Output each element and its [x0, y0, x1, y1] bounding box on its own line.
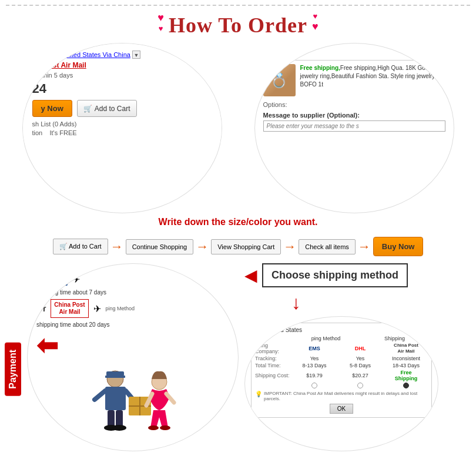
cost-row: Shipping Cost: $19.79 $20.27 FreeShippin…: [255, 370, 428, 381]
product-badge: 99: [261, 62, 271, 72]
svg-point-17: [160, 425, 170, 430]
important-label-row: 💡 IMPORTANT: China Post Air Mail deliver…: [255, 391, 428, 401]
step-buy-now: Buy Now: [373, 237, 424, 256]
cost-label: Shipping Cost:: [255, 373, 290, 378]
china-post-time: 18-43 Days: [384, 363, 428, 368]
step-add-to-cart: 🛒 Add to Cart: [53, 239, 108, 254]
company-row: pping Company: EMS DHL China PostAir Mai…: [255, 343, 428, 354]
post-air-label[interactable]: Post Air Mail: [44, 61, 212, 69]
bulb-icon: 💡: [255, 391, 262, 397]
right-hearts: ♥ ♥: [312, 12, 319, 33]
top-section: hipping to United States Via China ▼ Pos…: [0, 43, 476, 213]
choose-shipping-row: ◀ Choose shipping method: [244, 263, 408, 287]
svg-rect-3: [105, 387, 126, 410]
buy-now-step-button[interactable]: Buy Now: [373, 237, 424, 256]
dhl-company: DHL: [338, 346, 382, 351]
ems-logo: ▶ EMS: [36, 273, 68, 286]
china-post-cost: FreeShipping: [384, 370, 428, 381]
left-hearts: ♥ ♥: [157, 12, 164, 33]
ems-row: ▶ EMS ✈: [36, 273, 229, 286]
dhl-time: 5-8 Days: [338, 363, 382, 368]
step-continue-shopping: Continue Shopping: [126, 239, 194, 254]
ems-tracking: Yes: [293, 356, 336, 361]
ems-arrow-icon: ▶: [40, 274, 46, 284]
ems-radio[interactable]: [293, 383, 336, 388]
svg-line-4: [95, 391, 105, 400]
add-to-cart-label: Add to Cart: [95, 105, 130, 113]
steps-bar: 🛒 Add to Cart → Continue Shopping → View…: [0, 232, 476, 261]
message-input[interactable]: [263, 120, 445, 132]
options-label: Options:: [263, 101, 445, 108]
china-post-company: China PostAir Mail: [384, 343, 428, 354]
ems-company: EMS: [293, 346, 336, 351]
spacer: [255, 336, 290, 341]
heart-icon-1: ♥: [157, 12, 164, 24]
product-page-content: hipping to United States Via China ▼ Pos…: [23, 43, 222, 143]
buy-now-button[interactable]: y Now: [32, 100, 72, 117]
method-label: ping Method: [293, 336, 359, 341]
choose-shipping-label: Choose shipping method: [262, 263, 408, 287]
tracking-label: Tracking:: [255, 356, 290, 361]
add-to-cart-step-button[interactable]: 🛒 Add to Cart: [53, 239, 108, 254]
shipping-destination[interactable]: United States Via China: [62, 51, 130, 58]
ems-time: 8-13 Days: [293, 363, 336, 368]
china-post-logo: China PostAir Mail: [51, 299, 88, 318]
svg-point-9: [112, 425, 126, 431]
china-post-shipping-time: shipping time about 20 days: [36, 321, 229, 328]
order-form-circle: Product(s) 99 💍 Free shipping,Free shipp…: [254, 43, 454, 213]
shipping-to-label: hipping to: [32, 51, 61, 58]
page-title: How To Order: [169, 7, 307, 38]
title-row: ♥ ♥ How To Order ♥ ♥: [0, 0, 476, 40]
products-header: Product(s): [263, 49, 445, 61]
country-label: United States: [267, 327, 302, 333]
dropdown-arrow-icon[interactable]: ▼: [132, 51, 140, 59]
table-header: United States: [255, 327, 428, 333]
total-time-label: Total Time:: [255, 363, 290, 368]
delivery-scene: [36, 364, 229, 441]
arrow-left-container: ⬅: [36, 333, 229, 358]
write-down-text: Write down the size/color you want.: [0, 217, 476, 227]
product-image: 99 💍: [263, 64, 296, 96]
continue-shopping-button[interactable]: Continue Shopping: [126, 239, 194, 254]
bottom-section: Payment ▶ EMS ✈ shipping time about 7 da…: [0, 263, 476, 451]
ok-button[interactable]: OK: [330, 404, 353, 414]
tracking-row: Tracking: Yes Yes Inconsistent: [255, 356, 428, 361]
step-check-items: Check all items: [299, 239, 356, 254]
post-air-container: Post Air Mail: [32, 61, 212, 69]
down-arrow-icon: ↓: [291, 292, 301, 313]
total-time-row: Total Time: 8-13 Days 5-8 Days 18-43 Day…: [255, 363, 428, 368]
product-description: Free shipping,Free shipping,High Qua. 18…: [300, 64, 445, 96]
radio-row: [255, 383, 428, 388]
svg-point-16: [148, 425, 159, 430]
ems-cost: $19.79: [293, 373, 336, 378]
arrow-2-icon: →: [196, 239, 209, 254]
shipping-line: hipping to United States Via China ▼: [32, 51, 212, 59]
delivery-line: t within 5 days: [32, 72, 212, 79]
dhl-radio[interactable]: [338, 383, 382, 388]
ems-radio-icon[interactable]: [311, 383, 317, 388]
china-post-radio-icon[interactable]: [403, 383, 409, 388]
add-to-cart-step-label: Add to Cart: [69, 243, 102, 250]
china-post-row: Or China PostAir Mail ✈ ping Method: [36, 299, 229, 318]
dhl-radio-icon[interactable]: [357, 383, 363, 388]
china-post-radio[interactable]: [384, 383, 428, 388]
step-view-cart: View Shopping Cart: [211, 239, 281, 254]
us-flag-icon: [255, 327, 264, 333]
top-border: [6, 5, 470, 6]
view-cart-button[interactable]: View Shopping Cart: [211, 239, 281, 254]
add-to-cart-button[interactable]: 🛒 Add to Cart: [77, 100, 137, 117]
check-items-button[interactable]: Check all items: [299, 239, 356, 254]
company-row-label: pping Company:: [255, 343, 290, 354]
cart-icon: 🛒: [83, 105, 92, 113]
svg-rect-1: [106, 371, 124, 376]
page: ♥ ♥ How To Order ♥ ♥ hipping to United S…: [0, 0, 476, 476]
action-buttons: y Now 🛒 Add to Cart: [32, 100, 212, 117]
heart-icon-3: ♥: [313, 12, 317, 21]
shipping-table-circle: United States ping Method Shipping pping…: [244, 316, 438, 451]
arrow-4-icon: →: [358, 239, 371, 254]
down-arrow-container: ↓: [280, 292, 301, 314]
arrow-3-icon: →: [283, 239, 296, 254]
product-row: 99 💍 Free shipping,Free shipping,High Qu…: [263, 64, 445, 96]
svg-rect-2: [105, 376, 125, 378]
protection-value: It's FREE: [49, 129, 76, 136]
